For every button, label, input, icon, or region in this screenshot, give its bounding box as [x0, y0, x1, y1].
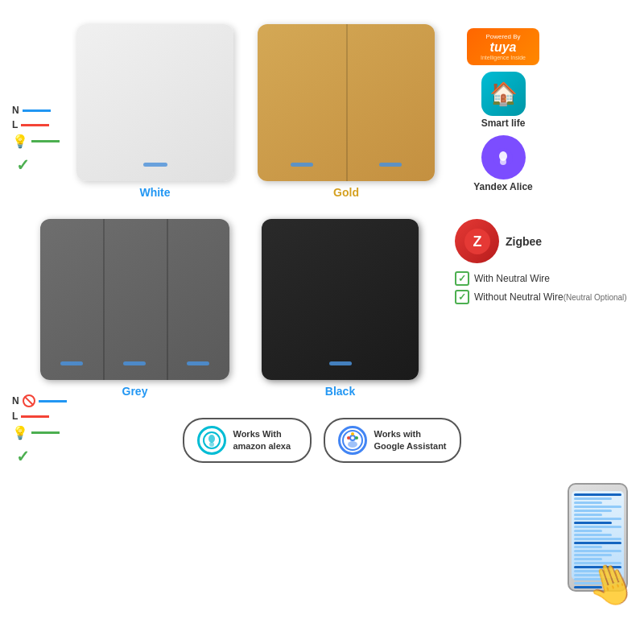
svg-point-6 [208, 435, 215, 443]
check-no-neutral-wire: ✓ [455, 290, 469, 304]
bulb-icon-top: 💡 [12, 134, 28, 149]
black-led-1 [329, 361, 352, 365]
gold-led-2 [379, 163, 402, 167]
alexa-badge: Works With amazon alexa [183, 418, 312, 463]
black-switch[interactable] [262, 219, 419, 380]
wire-n-line-bottom [39, 400, 67, 402]
check-neutral-wire: ✓ [455, 271, 469, 286]
check-icon-top: ✓ [16, 155, 60, 175]
wire-l-label-bottom: L [12, 411, 18, 422]
white-switch-block: White [76, 24, 233, 199]
tuya-intel: Intelligence Inside [475, 55, 531, 60]
feature-no-neutral-wire-label: Without Neutral Wire(Neutral Optional) [474, 291, 627, 303]
google-assistant-icon [338, 426, 367, 455]
black-label: Black [325, 385, 355, 398]
features-list: ✓ With Neutral Wire ✓ Without Neutral Wi… [455, 271, 627, 304]
black-switch-block: Black [262, 219, 419, 398]
yandex-icon [481, 135, 526, 180]
grey-label: Grey [122, 385, 148, 398]
bottom-badges-row: Works With amazon alexa Works with [0, 406, 644, 475]
feature-no-neutral-wire: ✓ Without Neutral Wire(Neutral Optional) [455, 290, 627, 304]
google-badge-text: Works with Google Assistant [374, 428, 446, 453]
powered-by-label: Powered By [475, 33, 531, 40]
tuya-name: tuya [475, 40, 531, 55]
grey-led-3 [187, 361, 209, 365]
check-icon-bottom: ✓ [16, 447, 67, 466]
grey-led-2 [123, 361, 146, 365]
svg-text:Z: Z [473, 233, 481, 250]
bottom-right-panel: Z Zigbee ✓ With Neutral Wire ✓ Without N… [455, 219, 627, 304]
grey-switch-block: Grey [40, 219, 229, 398]
yandex-block: Yandex Alice [473, 135, 533, 192]
wire-n-label: N [12, 105, 19, 116]
svg-point-12 [347, 436, 350, 440]
bottom-row: Grey Black Z Zigbee [0, 211, 644, 406]
wire-l-line [21, 124, 49, 126]
right-panel: Powered By tuya Intelligence Inside 🏠 Sm… [467, 24, 539, 192]
gold-led-1 [291, 163, 313, 167]
wiring-diagram-bottom: N L 💡 ✓ [12, 394, 67, 466]
zigbee-label: Zigbee [506, 235, 542, 248]
grey-switch[interactable] [40, 219, 229, 380]
white-label: White [139, 186, 170, 199]
yandex-label: Yandex Alice [473, 181, 533, 192]
feature-neutral-wire: ✓ With Neutral Wire [455, 271, 627, 286]
wiring-diagram-top: N L 💡 ✓ [12, 105, 60, 175]
svg-point-10 [351, 436, 354, 440]
wire-g-line-top [31, 140, 60, 142]
alexa-badge-text: Works With amazon alexa [233, 428, 291, 453]
svg-point-14 [351, 432, 354, 436]
top-row: White Gold Powered By tuya Intelligence … [0, 0, 644, 207]
wire-n-line [23, 109, 51, 112]
grey-led-1 [60, 361, 83, 365]
zigbee-logo: Z [455, 219, 499, 263]
google-badge: Works with Google Assistant [324, 418, 460, 463]
svg-point-11 [348, 441, 357, 448]
alexa-icon [197, 426, 226, 455]
wire-g-line-bottom [31, 431, 60, 434]
wire-l-line-bottom [21, 415, 49, 418]
wire-l-label: L [12, 119, 18, 130]
tuya-badge: Powered By tuya Intelligence Inside [467, 28, 539, 65]
gold-label: Gold [333, 186, 359, 199]
svg-point-13 [355, 436, 358, 440]
smart-life-block: 🏠 Smart life [481, 72, 526, 129]
smart-life-icon: 🏠 [481, 72, 526, 116]
bulb-icon-bottom: 💡 [12, 425, 28, 440]
gold-switch-block: Gold [258, 24, 435, 199]
svg-point-7 [209, 442, 214, 447]
main-container: N L 💡 ✓ N L 💡 ✓ [0, 0, 644, 644]
svg-point-2 [500, 159, 506, 165]
feature-neutral-wire-label: With Neutral Wire [474, 273, 550, 284]
zigbee-block: Z Zigbee [455, 219, 542, 263]
wire-n-label-bottom: N [12, 395, 19, 407]
phone-mockup: 🤚 [568, 483, 632, 596]
no-neutral-icon [23, 394, 35, 407]
white-switch[interactable] [76, 24, 233, 181]
smart-life-label: Smart life [481, 118, 526, 129]
gold-switch[interactable] [258, 24, 435, 181]
